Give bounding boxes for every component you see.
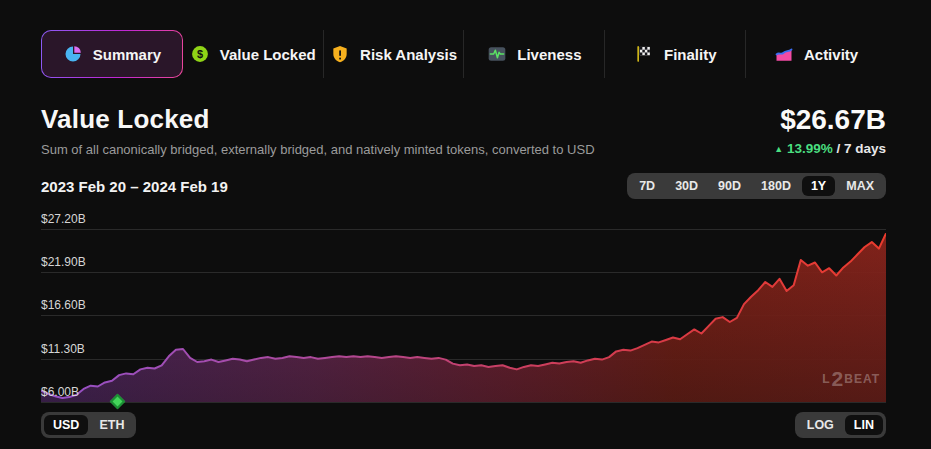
change-period: / 7 days — [836, 141, 886, 156]
tvl-area-chart[interactable] — [41, 209, 886, 403]
range-30d-button[interactable]: 30D — [666, 176, 707, 196]
tvl-chart[interactable]: $27.20B $21.90B $16.60B $11.30B $6.00B — [41, 209, 886, 403]
range-90d-button[interactable]: 90D — [709, 176, 750, 196]
up-arrow-icon: ▲ — [774, 144, 783, 154]
change-percent: 13.99% — [787, 141, 833, 156]
currency-usd-button[interactable]: USD — [44, 415, 88, 435]
tab-value-locked[interactable]: $ Value Locked — [183, 30, 323, 78]
dollar-coin-icon: $ — [190, 44, 210, 64]
tab-label: Summary — [93, 46, 161, 63]
date-range-label: 2023 Feb 20 – 2024 Feb 19 — [41, 178, 228, 195]
value-locked-dashboard: Summary $ Value Locked Risk Analysis — [0, 0, 931, 449]
heartbeat-icon — [487, 44, 507, 64]
chart-header: Value Locked Sum of all canonically brid… — [41, 104, 886, 157]
y-axis-label: $11.30B — [41, 342, 85, 356]
tab-label: Risk Analysis — [360, 46, 457, 63]
area-chart-icon — [774, 44, 794, 64]
l2beat-watermark-logo: L2BEAT — [822, 367, 880, 391]
area-fade-overlay — [41, 233, 886, 402]
tab-bar: Summary $ Value Locked Risk Analysis — [41, 30, 886, 78]
y-axis-label: $6.00B — [41, 385, 79, 399]
tab-activity[interactable]: Activity — [745, 30, 886, 78]
change-indicator: ▲ 13.99% / 7 days — [774, 141, 886, 156]
pie-chart-icon — [63, 44, 83, 64]
page-subtitle: Sum of all canonically bridged, external… — [41, 142, 595, 157]
tab-liveness[interactable]: Liveness — [463, 30, 604, 78]
checkered-flag-icon — [634, 44, 654, 64]
svg-text:$: $ — [197, 48, 203, 60]
range-max-button[interactable]: MAX — [837, 176, 883, 196]
tab-label: Value Locked — [220, 46, 316, 63]
range-1y-button[interactable]: 1Y — [802, 176, 835, 196]
tab-label: Liveness — [517, 46, 581, 63]
y-axis-label: $21.90B — [41, 255, 86, 269]
y-axis-label: $16.60B — [41, 298, 86, 312]
scale-toggle: LOG LIN — [795, 412, 886, 438]
tab-finality[interactable]: Finality — [604, 30, 745, 78]
tab-risk-analysis[interactable]: Risk Analysis — [323, 30, 464, 78]
tab-summary[interactable]: Summary — [41, 30, 183, 78]
total-value: $26.67B — [774, 104, 886, 136]
warning-shield-icon — [330, 44, 350, 64]
currency-eth-button[interactable]: ETH — [90, 415, 133, 435]
range-7d-button[interactable]: 7D — [630, 176, 664, 196]
scale-log-button[interactable]: LOG — [798, 415, 843, 435]
page-title: Value Locked — [41, 104, 595, 135]
range-180d-button[interactable]: 180D — [752, 176, 800, 196]
currency-toggle: USD ETH — [41, 412, 136, 438]
scale-lin-button[interactable]: LIN — [845, 415, 883, 435]
tab-label: Finality — [664, 46, 717, 63]
time-range-selector: 7D 30D 90D 180D 1Y MAX — [627, 173, 886, 199]
y-axis-label: $27.20B — [41, 212, 86, 226]
tab-label: Activity — [804, 46, 858, 63]
